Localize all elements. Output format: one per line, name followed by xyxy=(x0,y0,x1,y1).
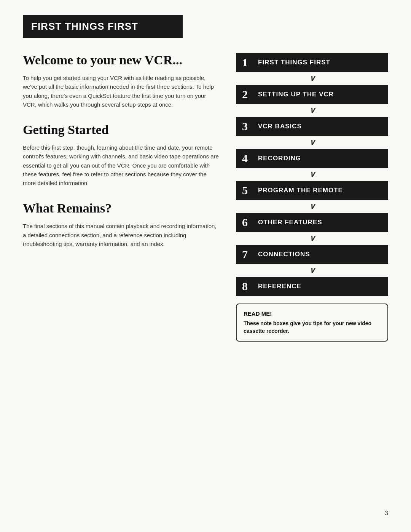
step-number-3: 4 xyxy=(242,153,253,164)
step-number-6: 7 xyxy=(242,249,253,260)
step-banner-5: 6OTHER FEATURES xyxy=(236,213,388,232)
step-banner-4: 5PROGRAM THE REMOTE xyxy=(236,181,388,200)
what-remains-text: The final sections of this manual contai… xyxy=(23,222,221,248)
header-banner: FIRST THINGS FIRST xyxy=(23,15,183,38)
section-welcome: Welcome to your new VCR... To help you g… xyxy=(23,53,221,109)
step-number-2: 3 xyxy=(242,121,253,132)
steps-list: 1FIRST THINGS FIRST∨2SETTING UP THE VCR∨… xyxy=(236,53,388,296)
step-item-2: 3VCR BASICS xyxy=(236,117,388,136)
step-arrow-6: ∨ xyxy=(236,264,388,277)
read-me-title: READ ME! xyxy=(244,310,381,317)
step-label-0: FIRST THINGS FIRST xyxy=(258,59,330,66)
step-label-2: VCR BASICS xyxy=(258,123,302,130)
step-number-4: 5 xyxy=(242,185,253,196)
content-area: Welcome to your new VCR... To help you g… xyxy=(23,53,392,342)
step-arrow-1: ∨ xyxy=(236,104,388,117)
step-item-3: 4RECORDING xyxy=(236,149,388,168)
step-banner-1: 2SETTING UP THE VCR xyxy=(236,85,388,104)
step-number-1: 2 xyxy=(242,89,253,100)
page: FIRST THINGS FIRST Welcome to your new V… xyxy=(0,0,411,532)
section-getting-started: Getting Started Before this first step, … xyxy=(23,123,221,187)
step-item-4: 5PROGRAM THE REMOTE xyxy=(236,181,388,200)
step-item-0: 1FIRST THINGS FIRST xyxy=(236,53,388,72)
step-banner-7: 8REFERENCE xyxy=(236,277,388,296)
step-item-1: 2SETTING UP THE VCR xyxy=(236,85,388,104)
what-remains-title: What Remains? xyxy=(23,201,221,216)
step-label-7: REFERENCE xyxy=(258,283,301,290)
header-banner-text: FIRST THINGS FIRST xyxy=(31,21,138,32)
step-arrow-5: ∨ xyxy=(236,232,388,245)
step-label-3: RECORDING xyxy=(258,155,301,162)
welcome-text: To help you get started using your VCR w… xyxy=(23,73,221,109)
step-label-5: OTHER FEATURES xyxy=(258,219,322,226)
step-label-4: PROGRAM THE REMOTE xyxy=(258,187,343,194)
step-arrow-4: ∨ xyxy=(236,200,388,213)
step-banner-0: 1FIRST THINGS FIRST xyxy=(236,53,388,72)
step-number-0: 1 xyxy=(242,57,253,68)
read-me-box: READ ME! These note boxes give you tips … xyxy=(236,304,388,342)
step-banner-6: 7CONNECTIONS xyxy=(236,245,388,264)
step-arrow-3: ∨ xyxy=(236,168,388,181)
step-number-7: 8 xyxy=(242,281,253,292)
step-label-6: CONNECTIONS xyxy=(258,251,310,258)
section-what-remains: What Remains? The final sections of this… xyxy=(23,201,221,248)
step-item-5: 6OTHER FEATURES xyxy=(236,213,388,232)
right-column: 1FIRST THINGS FIRST∨2SETTING UP THE VCR∨… xyxy=(236,53,388,342)
step-item-7: 8REFERENCE xyxy=(236,277,388,296)
read-me-text: These note boxes give you tips for your … xyxy=(244,320,381,335)
getting-started-text: Before this first step, though, learning… xyxy=(23,143,221,187)
step-banner-3: 4RECORDING xyxy=(236,149,388,168)
step-banner-2: 3VCR BASICS xyxy=(236,117,388,136)
getting-started-title: Getting Started xyxy=(23,123,221,137)
step-number-5: 6 xyxy=(242,217,253,228)
step-item-6: 7CONNECTIONS xyxy=(236,245,388,264)
step-arrow-0: ∨ xyxy=(236,72,388,85)
page-number: 3 xyxy=(385,510,388,517)
step-arrow-2: ∨ xyxy=(236,136,388,149)
left-column: Welcome to your new VCR... To help you g… xyxy=(23,53,221,342)
welcome-title: Welcome to your new VCR... xyxy=(23,53,221,67)
step-label-1: SETTING UP THE VCR xyxy=(258,91,334,98)
